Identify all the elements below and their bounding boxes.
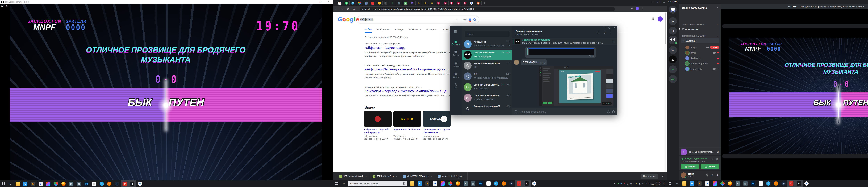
new-tab-button[interactable]: + [483, 1, 486, 5]
soundboard-icon[interactable]: ⸗ [712, 158, 713, 160]
voice-user[interactable]: snake-345 [685, 67, 719, 71]
download-chevron-icon[interactable]: ∧ [463, 176, 465, 177]
taskbar-app[interactable] [726, 180, 734, 187]
result-tab[interactable]: ◎ Все [365, 28, 372, 33]
chrome-menu-icon[interactable]: ⋮ [642, 7, 644, 10]
search-box[interactable]: кайфолом × ⌨ [357, 16, 479, 24]
taskbar-app[interactable]: 4 [128, 180, 136, 187]
taskbar-app[interactable]: E [431, 180, 439, 187]
taskbar-app[interactable]: ◎ [507, 180, 515, 187]
taskbar-app[interactable]: ▸ [98, 180, 105, 187]
pinned-tab[interactable]: b [435, 1, 442, 5]
task-view-button[interactable]: ⧉ [674, 180, 681, 187]
result-title[interactable]: Кайфолом – перевод с русского на английс… [365, 89, 462, 93]
start-button[interactable] [666, 180, 674, 187]
pinned-tab[interactable]: ◉ [415, 1, 422, 5]
chat-search-icon[interactable]: ◌ [597, 31, 599, 34]
download-chevron-icon[interactable]: ∧ [396, 176, 397, 177]
video-button[interactable]: ▣Видео [681, 164, 699, 169]
folder-tab[interactable]: ☺ Личные [450, 50, 462, 56]
alice-mic-icon[interactable] [403, 182, 405, 185]
server-icon-active[interactable]: ▭ [669, 36, 677, 44]
taskbar-app[interactable]: ✆ [121, 180, 128, 187]
explore-servers-button[interactable]: ◎ [669, 75, 677, 83]
message-input[interactable]: Написать сообщение... [520, 110, 604, 113]
taskbar-app[interactable]: ▦ [75, 180, 83, 187]
pinned-tab[interactable]: ◉ [422, 1, 429, 5]
download-chevron-icon[interactable]: ∧ [431, 176, 432, 177]
screen-share-button[interactable]: ▢Экран [701, 164, 719, 169]
chat-list-item[interactable]: ☺ #Ж 21:10 Алексей Алексеевич: @stepanov… [462, 71, 512, 82]
download-item[interactable]: ▤ JPP4ru-Demo6.zip ∧ [370, 173, 400, 180]
pinned-tab[interactable]: ✦ [376, 1, 383, 5]
message-bubble[interactable]: с таймкодом 21:18 [521, 59, 547, 65]
tray-icon[interactable]: ◍ [630, 182, 632, 185]
video-card[interactable]: КАЙФОЛОМ Прохождение Far Cry New Dawn — … [423, 111, 451, 140]
chat-list-item[interactable]: ⚑ Избранное 15:31 Вы: Хлеб 47 гр. Майоне… [462, 39, 512, 49]
taskbar-app[interactable]: S [696, 180, 704, 187]
taskbar-app[interactable] [408, 180, 416, 187]
tray-icon[interactable]: ⚡ [636, 182, 637, 185]
server-icon[interactable]: D [669, 17, 677, 25]
chat-list-item[interactable]: ☺ Ольга Владимировна Ко... 15:53 У тебя … [462, 92, 512, 103]
taskbar-app[interactable]: Ps [477, 180, 485, 187]
add-channel-icon[interactable]: + [717, 35, 718, 37]
task-view-button[interactable]: ⧉ [7, 180, 14, 187]
voice-channel-jackbox[interactable]: ◄) Jackbox [681, 38, 719, 43]
show-all-downloads-button[interactable]: Показать все [641, 174, 658, 179]
taskbar-app[interactable]: ≈ [530, 180, 538, 187]
pinned-tab[interactable]: ⚙ [396, 1, 402, 5]
pinned-close-icon[interactable]: ✕ [613, 40, 615, 43]
taskbar-app[interactable] [681, 180, 688, 187]
taskbar-app[interactable] [719, 180, 726, 187]
google-apps-icon[interactable]: ⠿ [652, 17, 654, 21]
voice-user[interactable]: arhix [685, 50, 719, 55]
taskbar-app[interactable]: ≡ [757, 180, 765, 187]
chat-title[interactable]: Онлайн пати гейминг [516, 30, 542, 33]
clear-search-icon[interactable]: × [456, 18, 458, 21]
taskbar-app[interactable]: S [424, 180, 431, 187]
download-chevron-icon[interactable]: ∧ [365, 176, 367, 177]
forward-button[interactable]: → [339, 7, 345, 10]
taskbar-app[interactable]: ▸ [765, 180, 772, 187]
chrome-maximize-button[interactable]: ▢ [657, 1, 659, 3]
discord-home-button[interactable] [669, 5, 677, 13]
taskbar-app[interactable]: ≈ [136, 180, 144, 187]
download-item[interactable]: ▤ maxresdefault (2).jpg ∧ [435, 173, 467, 180]
pinned-tab[interactable]: ◕ [475, 1, 482, 5]
add-channel-icon[interactable]: + [717, 23, 718, 26]
pinned-tab[interactable]: ✉ [350, 1, 356, 5]
pinned-tab[interactable]: G [468, 1, 475, 5]
tray-icon[interactable]: ✿ [617, 182, 619, 185]
taskbar-app[interactable] [52, 180, 60, 187]
tray-icon[interactable]: ▲ [639, 182, 641, 185]
taskbar-app[interactable]: 4 [795, 180, 803, 187]
result-title[interactable]: кайфолом - Перевод на английский - приме… [365, 68, 462, 71]
telegram-minimize-button[interactable]: — [603, 26, 606, 29]
pinned-tab[interactable]: b [448, 1, 455, 5]
video-title[interactable]: Аудио: Burito - Кайфолом [393, 128, 421, 134]
chat-list-item[interactable]: ☺ Алексей Алексеевич Хра... 14:18 [462, 103, 512, 114]
minimize-button[interactable]: – [311, 1, 312, 3]
result-breadcrumb[interactable]: translate.yandex.ru › dictionary › Russi… [365, 86, 462, 88]
result-tab[interactable]: ▣ Картинки [377, 28, 390, 33]
folder-tab[interactable]: ▦ Группы [450, 61, 462, 67]
taskbar-app[interactable]: K [734, 180, 742, 187]
result-title[interactable]: кайфолом — Викисловарь [365, 46, 462, 50]
url-bar[interactable]: google.com/search?q=кайфолом&oq=кайфолом… [360, 7, 615, 11]
taskbar-app[interactable]: V [22, 180, 29, 187]
server-header[interactable]: Online party gaming ∨ [679, 4, 721, 12]
taskbar-app[interactable]: K [67, 180, 75, 187]
page-scrollbar[interactable] [665, 12, 666, 172]
telegram-maximize-button[interactable]: ▢ [609, 26, 610, 29]
chrome-minimize-button[interactable]: — [652, 1, 654, 3]
taskbar-app[interactable]: K [462, 180, 469, 187]
taskbar-app[interactable]: E [704, 180, 711, 187]
tray-icon[interactable]: ♪ [642, 182, 643, 185]
chat-list-item[interactable]: ☺ Евгений Евгеньевич ... ✓✓ 19:47 Вы: Пр… [462, 82, 512, 92]
taskbar-app[interactable]: Ps [83, 180, 90, 187]
telegram-search-input[interactable]: Поиск [465, 31, 509, 37]
voice-user[interactable]: Balya В ЭФИРЕ [685, 45, 719, 50]
result-tab[interactable]: ▶ Видео [395, 28, 404, 33]
stop-streaming-icon[interactable]: ⊠ [716, 150, 719, 153]
